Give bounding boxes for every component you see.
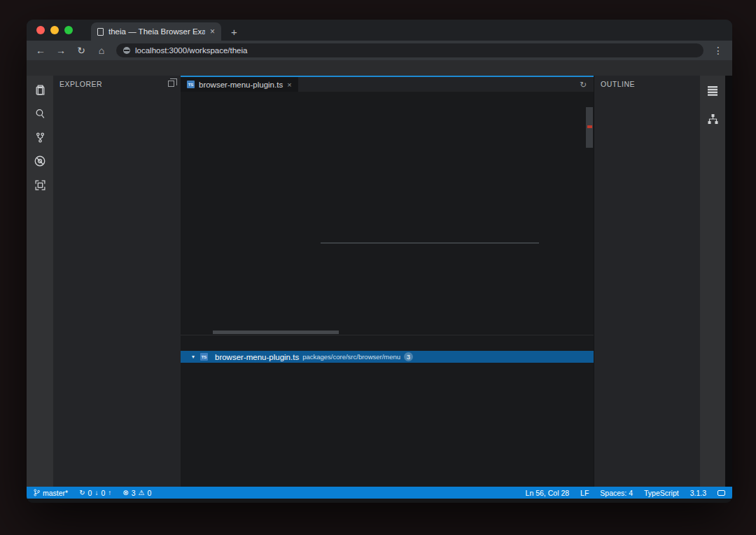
browser-window: theia — Theia Browser Example × + ← → ↻ … bbox=[27, 20, 732, 503]
panel-tabbar bbox=[181, 335, 594, 351]
file-tree bbox=[53, 92, 181, 487]
address-bar[interactable]: localhost:3000/workspace/theia bbox=[116, 43, 704, 57]
branch-name: master* bbox=[43, 489, 68, 497]
sync-icon: ↻ bbox=[79, 489, 85, 496]
indentation-item[interactable]: Spaces: 4 bbox=[600, 489, 633, 497]
source-control-icon[interactable] bbox=[33, 130, 47, 144]
autocomplete-popup bbox=[321, 242, 539, 244]
problems-file-name: browser-menu-plugin.ts bbox=[215, 353, 299, 361]
status-bar: master* ↻ 0 ↓ 0 ↑ ⊗ 3 ⚠ 0 Ln 56, Col 28 … bbox=[27, 487, 732, 499]
debug-icon[interactable] bbox=[33, 154, 47, 168]
explorer-title: EXPLORER bbox=[59, 80, 102, 88]
problems-count-badge: 3 bbox=[404, 352, 413, 361]
explorer-sidebar: EXPLORER bbox=[53, 76, 181, 487]
feedback-icon[interactable] bbox=[718, 490, 725, 496]
url-text: localhost:3000/workspace/theia bbox=[135, 46, 247, 55]
problems-status-item[interactable]: ⊗ 3 ⚠ 0 bbox=[122, 489, 151, 497]
browser-menu-icon[interactable]: ⋮ bbox=[713, 45, 724, 56]
typescript-file-icon: TS bbox=[187, 81, 195, 88]
panel-toggle-icon[interactable] bbox=[168, 81, 174, 87]
theia-ide: EXPLORER TS browser-menu-plugin.ts × ↻ bbox=[27, 60, 732, 503]
ide-menubar bbox=[27, 60, 732, 76]
refresh-editor-icon[interactable]: ↻ bbox=[580, 80, 594, 90]
problems-file-row[interactable]: ▾ TS browser-menu-plugin.ts packages/cor… bbox=[181, 351, 594, 363]
up-arrow-icon: ↑ bbox=[108, 489, 111, 496]
git-branch-item[interactable]: master* bbox=[34, 489, 68, 497]
expand-icon[interactable]: ▾ bbox=[190, 354, 197, 360]
browser-tab[interactable]: theia — Theia Browser Example × bbox=[91, 22, 221, 41]
chrome-toolbar: ← → ↻ ⌂ localhost:3000/workspace/theia ⋮ bbox=[27, 41, 732, 60]
back-icon[interactable]: ← bbox=[35, 45, 46, 56]
new-tab-button[interactable]: + bbox=[231, 26, 237, 41]
cursor-position-item[interactable]: Ln 56, Col 28 bbox=[526, 489, 569, 497]
chrome-tabstrip: theia — Theia Browser Example × + bbox=[27, 20, 732, 41]
window-controls bbox=[27, 20, 73, 41]
site-info-icon[interactable] bbox=[123, 47, 130, 54]
editor-area: TS browser-menu-plugin.ts × ↻ bbox=[181, 76, 594, 487]
bottom-panel: ▾ TS browser-menu-plugin.ts packages/cor… bbox=[181, 335, 594, 487]
page-favicon-icon bbox=[97, 28, 104, 36]
language-item[interactable]: TypeScript bbox=[644, 489, 679, 497]
class-hierarchy-icon[interactable] bbox=[706, 112, 720, 126]
browser-tab-title: theia — Theia Browser Example bbox=[108, 27, 205, 36]
branch-icon bbox=[34, 489, 40, 496]
home-icon[interactable]: ⌂ bbox=[96, 45, 107, 56]
horizontal-scrollbar[interactable] bbox=[213, 331, 339, 334]
warning-icon: ⚠ bbox=[139, 489, 145, 496]
zoom-window-button[interactable] bbox=[64, 26, 73, 34]
editor-tab-close-icon[interactable]: × bbox=[287, 81, 291, 89]
down-arrow-icon: ↓ bbox=[94, 489, 98, 496]
code-editor[interactable] bbox=[181, 92, 594, 335]
problems-file-path: packages/core/src/browser/menu bbox=[302, 353, 400, 361]
window-bottom-edge bbox=[27, 499, 732, 503]
ts-version-item[interactable]: 3.1.3 bbox=[690, 489, 706, 497]
outline-tree bbox=[594, 92, 700, 487]
close-window-button[interactable] bbox=[36, 26, 45, 34]
forward-icon[interactable]: → bbox=[55, 45, 66, 56]
search-icon[interactable] bbox=[33, 106, 47, 120]
activity-bar bbox=[27, 76, 53, 487]
right-activity-bar bbox=[700, 76, 725, 487]
outline-title: OUTLINE bbox=[601, 80, 635, 88]
error-overview-mark bbox=[587, 125, 592, 128]
git-sync-item[interactable]: ↻ 0 ↓ 0 ↑ bbox=[79, 489, 111, 497]
error-icon: ⊗ bbox=[122, 489, 128, 496]
tab-close-icon[interactable]: × bbox=[210, 27, 215, 36]
typescript-file-icon: TS bbox=[200, 353, 208, 361]
minimize-window-button[interactable] bbox=[50, 26, 59, 34]
outline-panel: OUTLINE bbox=[594, 76, 700, 487]
editor-tab[interactable]: TS browser-menu-plugin.ts × bbox=[181, 77, 298, 92]
eol-item[interactable]: LF bbox=[580, 489, 589, 497]
vertical-scrollbar[interactable] bbox=[585, 92, 594, 335]
editor-tabbar: TS browser-menu-plugin.ts × ↻ bbox=[181, 76, 594, 92]
explorer-icon[interactable] bbox=[33, 83, 47, 97]
reload-icon[interactable]: ↻ bbox=[76, 45, 87, 56]
window-edge bbox=[725, 76, 732, 487]
outline-view-icon[interactable] bbox=[706, 84, 720, 98]
plugins-icon[interactable] bbox=[33, 178, 47, 192]
editor-tab-label: browser-menu-plugin.ts bbox=[199, 81, 283, 89]
